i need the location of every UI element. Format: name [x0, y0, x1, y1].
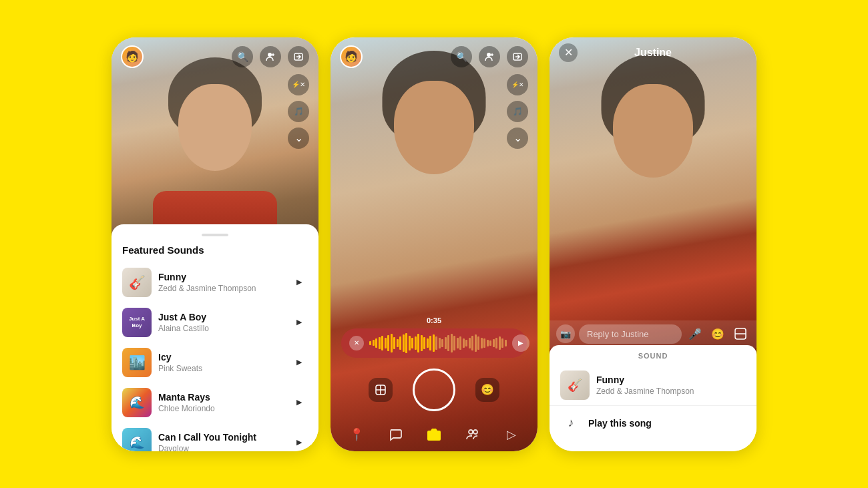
- sound-item-call[interactable]: 🌊 Can I Call You Tonight Dayglow ▶: [112, 423, 318, 451]
- svg-point-11: [473, 430, 477, 434]
- sound-panel-artist: Zedd & Jasmine Thompson: [596, 387, 746, 396]
- sound-name-manta: Manta Rays: [158, 392, 284, 403]
- avatar-1[interactable]: 🧑: [121, 45, 144, 68]
- header-title-3: Justine: [634, 47, 672, 59]
- sound-item-funny[interactable]: 🎸 Funny Zedd & Jasmine Thompson ▶: [112, 262, 318, 302]
- sound-panel: SOUND 🎸 Funny Zedd & Jasmine Thompson ♪ …: [550, 345, 756, 451]
- sound-info-funny: Funny Zedd & Jasmine Thompson: [158, 272, 284, 293]
- thumb-boy: Just A Boy: [122, 308, 152, 337]
- sound-info-boy: Just A Boy Alaina Castillo: [158, 312, 284, 333]
- music-note-icon-2[interactable]: 🎵: [507, 101, 528, 122]
- sound-artist-boy: Alaina Castillo: [158, 324, 284, 333]
- close-button-3[interactable]: ✕: [559, 43, 578, 62]
- sound-name-call: Can I Call You Tonight: [158, 432, 284, 443]
- thumb-funny: 🎸: [122, 268, 152, 297]
- play-button-icy[interactable]: ▶: [290, 354, 308, 371]
- location-nav-icon[interactable]: 📍: [347, 425, 367, 445]
- play-button-boy[interactable]: ▶: [290, 314, 308, 331]
- featured-sounds-title: Featured Sounds: [112, 244, 318, 262]
- flip-button-2[interactable]: [507, 46, 528, 67]
- right-icons-2: ⚡✕ 🎵 ⌄: [507, 74, 528, 149]
- phone-screen-2: 🧑 🔍 ⚡✕ 🎵 ⌄ 0:35 ✕ ▶: [331, 37, 537, 451]
- thumb-icy: 🏙️: [122, 348, 152, 377]
- audio-cancel-button[interactable]: ✕: [349, 336, 364, 350]
- top-bar-icons-1: 🔍: [232, 46, 309, 67]
- search-button-2[interactable]: 🔍: [451, 46, 472, 67]
- sound-artist-manta: Chloe Moriondo: [158, 404, 284, 413]
- audio-waveform: [369, 334, 507, 352]
- audio-play-button[interactable]: ▶: [512, 334, 529, 352]
- avatar-2[interactable]: 🧑: [340, 45, 363, 68]
- friends-nav-icon[interactable]: [463, 425, 483, 445]
- camera-nav-icon[interactable]: [424, 425, 444, 445]
- sticker-button-3[interactable]: [731, 324, 750, 343]
- top-bar-icons-2: 🔍: [451, 46, 528, 67]
- screen3-header: ✕ Justine: [550, 37, 756, 65]
- reply-placeholder: Reply to Justine: [587, 329, 649, 339]
- chat-nav-icon[interactable]: [385, 425, 405, 445]
- reply-input[interactable]: Reply to Justine: [579, 324, 682, 344]
- play-song-label: Play this song: [588, 418, 652, 429]
- thumb-manta: 🌊: [122, 388, 152, 417]
- flip-button-1[interactable]: [288, 46, 309, 67]
- sound-info-icy: Icy Pink Sweats: [158, 352, 284, 373]
- play-button-manta[interactable]: ▶: [290, 394, 308, 411]
- stories-nav-icon[interactable]: ▷: [501, 425, 521, 445]
- music-note-icon-3: ♪: [560, 413, 582, 434]
- chevron-down-icon-2[interactable]: ⌄: [507, 128, 528, 149]
- flash-off-icon-1[interactable]: ⚡✕: [288, 74, 309, 95]
- mic-button[interactable]: 🎤: [686, 324, 704, 343]
- sound-artist-icy: Pink Sweats: [158, 364, 284, 373]
- search-button-1[interactable]: 🔍: [232, 46, 253, 67]
- sound-panel-name: Funny: [596, 375, 746, 385]
- play-song-item[interactable]: ♪ Play this song: [550, 405, 756, 441]
- sound-name-funny: Funny: [158, 272, 284, 282]
- featured-sounds-sheet: Featured Sounds 🎸 Funny Zedd & Jasmine T…: [112, 224, 318, 451]
- emoji-button-3[interactable]: 😊: [708, 324, 727, 343]
- add-friend-button-2[interactable]: [479, 46, 500, 67]
- play-button-call[interactable]: ▶: [290, 434, 308, 451]
- thumb-call: 🌊: [122, 428, 152, 451]
- sound-label: SOUND: [550, 352, 756, 360]
- sound-panel-item-funny[interactable]: 🎸 Funny Zedd & Jasmine Thompson: [550, 365, 756, 405]
- capture-area: 😊: [331, 369, 537, 411]
- sound-item-boy[interactable]: Just A Boy Just A Boy Alaina Castillo ▶: [112, 302, 318, 342]
- sound-panel-thumb-funny: 🎸: [560, 371, 590, 400]
- sound-item-icy[interactable]: 🏙️ Icy Pink Sweats ▶: [112, 342, 318, 383]
- add-friend-button-1[interactable]: [260, 46, 281, 67]
- top-bar-1: 🧑 🔍: [112, 45, 318, 68]
- capture-button[interactable]: [413, 369, 455, 411]
- svg-point-0: [268, 53, 272, 57]
- emoji-button[interactable]: 😊: [475, 378, 499, 402]
- svg-point-4: [487, 53, 491, 57]
- reply-camera-button[interactable]: 📷: [556, 324, 575, 343]
- flash-off-icon-2[interactable]: ⚡✕: [507, 74, 528, 95]
- sound-panel-info: Funny Zedd & Jasmine Thompson: [596, 375, 746, 396]
- sound-artist-call: Dayglow: [158, 444, 284, 451]
- audio-player: 0:35 ✕ ▶: [341, 328, 527, 358]
- sound-item-manta[interactable]: 🌊 Manta Rays Chloe Moriondo ▶: [112, 383, 318, 423]
- chevron-down-icon-1[interactable]: ⌄: [288, 128, 309, 149]
- sheet-handle: [202, 234, 228, 236]
- sound-info-call: Can I Call You Tonight Dayglow: [158, 432, 284, 451]
- sound-info-manta: Manta Rays Chloe Moriondo: [158, 392, 284, 413]
- reply-bar: 📷 Reply to Justine 🎤 😊: [550, 320, 756, 348]
- top-bar-2: 🧑 🔍: [331, 45, 537, 68]
- audio-time: 0:35: [427, 316, 441, 324]
- sound-artist-funny: Zedd & Jasmine Thompson: [158, 284, 284, 293]
- play-button-funny[interactable]: ▶: [290, 274, 308, 291]
- music-note-icon-1[interactable]: 🎵: [288, 101, 309, 122]
- right-icons-1: ⚡✕ 🎵 ⌄: [288, 74, 309, 149]
- bottom-nav-2: 📍 ▷: [331, 425, 537, 445]
- sound-name-boy: Just A Boy: [158, 312, 284, 322]
- sound-name-icy: Icy: [158, 352, 284, 362]
- phone-screen-1: 🧑 🔍 ⚡✕ 🎵 ⌄ Featured Sounds: [112, 37, 318, 451]
- svg-point-10: [469, 430, 473, 434]
- phone-screen-3: ✕ Justine 📷 Reply to Justine 🎤 😊 SOUND 🎸…: [550, 37, 756, 451]
- sticker-button[interactable]: [369, 378, 393, 402]
